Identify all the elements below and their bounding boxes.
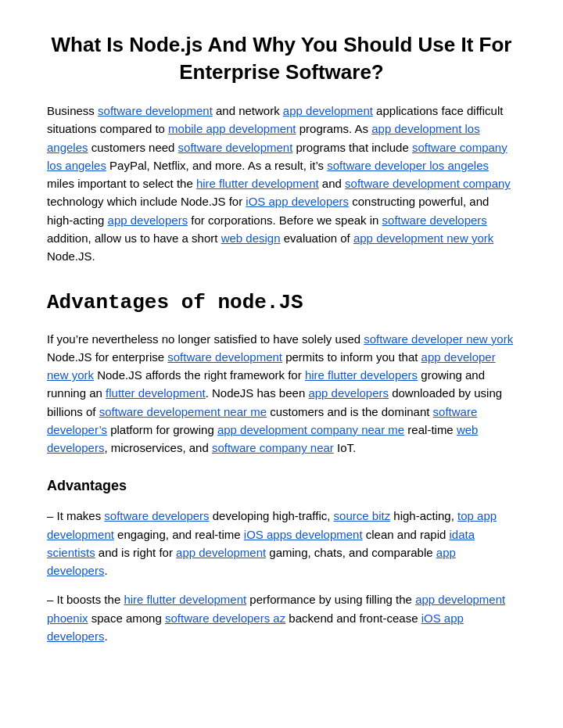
inline-link[interactable]: app developers bbox=[108, 213, 188, 227]
inline-link[interactable]: software development company bbox=[345, 177, 511, 190]
inline-link[interactable]: software developer los angeles bbox=[327, 159, 489, 172]
section2-bullet1: – It makes software developers developin… bbox=[47, 507, 516, 579]
inline-link[interactable]: software developer new york bbox=[364, 332, 513, 346]
inline-link[interactable]: source bitz bbox=[334, 509, 391, 522]
inline-link[interactable]: mobile app development bbox=[168, 122, 296, 135]
inline-link[interactable]: app development company near me bbox=[217, 423, 404, 436]
inline-link[interactable]: software company near bbox=[212, 441, 334, 454]
section1-heading: Advantages of node.JS bbox=[47, 287, 516, 318]
inline-link[interactable]: software development bbox=[98, 104, 213, 117]
inline-link[interactable]: iOS app developers bbox=[246, 195, 349, 208]
section1-paragraph: If you’re nevertheless no longer satisfi… bbox=[47, 330, 516, 457]
page-title: What Is Node.js And Why You Should Use I… bbox=[47, 31, 516, 86]
section2-bullet2: – It boosts the hire flutter development… bbox=[47, 590, 516, 645]
inline-link[interactable]: hire flutter development bbox=[196, 177, 319, 190]
inline-link[interactable]: web design bbox=[221, 231, 281, 245]
inline-link[interactable]: app developers bbox=[308, 386, 389, 400]
intro-paragraph: Business software development and networ… bbox=[47, 102, 516, 265]
inline-link[interactable]: hire flutter developers bbox=[305, 368, 418, 382]
inline-link[interactable]: software development bbox=[167, 350, 282, 364]
inline-link[interactable]: hire flutter development bbox=[124, 593, 246, 606]
inline-link[interactable]: app development bbox=[283, 104, 373, 117]
inline-link[interactable]: software developement near me bbox=[99, 405, 267, 418]
inline-link[interactable]: software development bbox=[178, 141, 293, 154]
inline-link[interactable]: software developers bbox=[104, 509, 209, 522]
inline-link[interactable]: app development bbox=[176, 546, 266, 559]
inline-link[interactable]: software developers az bbox=[165, 611, 285, 625]
inline-link[interactable]: iOS apps development bbox=[244, 528, 363, 541]
inline-link[interactable]: app development new york bbox=[353, 231, 493, 245]
section2-heading: Advantages bbox=[47, 475, 516, 497]
inline-link[interactable]: software developers bbox=[382, 213, 487, 227]
inline-link[interactable]: flutter development bbox=[106, 386, 206, 400]
